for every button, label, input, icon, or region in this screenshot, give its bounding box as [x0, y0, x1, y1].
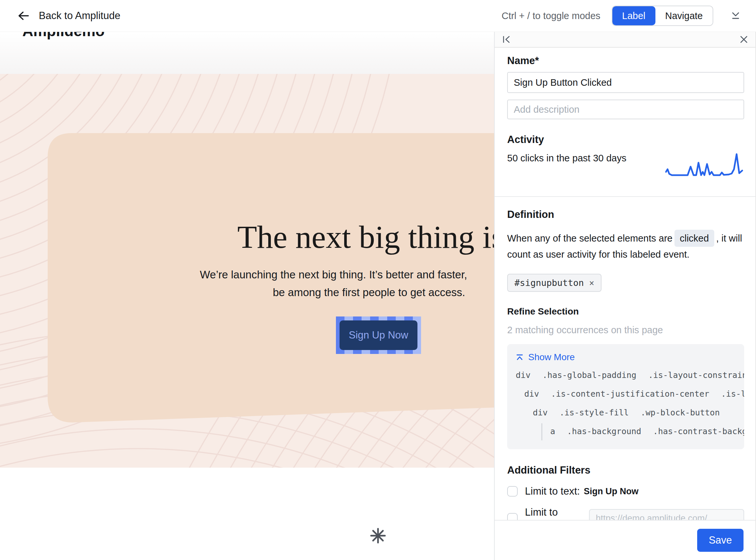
- close-panel-button[interactable]: [740, 35, 748, 44]
- limit-to-text-value: Sign Up Now: [584, 486, 638, 497]
- app-toolbar: Back to Amplitude Ctrl + / to toggle mod…: [0, 0, 756, 32]
- back-arrow-icon: [17, 11, 29, 21]
- definition-text-before: When any of the selected elements are: [507, 233, 673, 243]
- remove-selector-button[interactable]: ×: [589, 279, 594, 287]
- limit-to-url-label: Limit to URL:: [525, 506, 582, 520]
- selector-class: .is-layout-constrained: [648, 371, 744, 380]
- show-more-link[interactable]: Show More: [516, 352, 744, 362]
- selector-class: .is-layout-flex: [721, 389, 744, 399]
- definition-paragraph: When any of the selected elements arecli…: [507, 230, 744, 262]
- selector-class: .has-background: [567, 426, 641, 436]
- shortcut-hint: Ctrl + / to toggle modes: [502, 11, 600, 21]
- selector-tag-chip: #signupbutton ×: [507, 274, 601, 292]
- labeled-element-highlight: Sign Up Now: [336, 317, 421, 354]
- back-label: Back to Amplitude: [39, 10, 120, 22]
- limit-to-url-input[interactable]: [589, 509, 744, 520]
- selector-tag-name: div: [516, 371, 531, 380]
- additional-filters-heading: Additional Filters: [507, 464, 744, 476]
- limit-to-url-checkbox[interactable]: [507, 513, 518, 520]
- asterisk-icon: [370, 528, 386, 544]
- toolbar-right-group: Ctrl + / to toggle modes Label Navigate: [502, 5, 741, 26]
- selector-class: .wp-block-button: [641, 408, 720, 417]
- definition-text-after: , it will: [716, 233, 742, 243]
- selector-class: .is-style-fill: [559, 408, 629, 417]
- selector-row-selected[interactable]: a.has-background.has-contrast-background: [516, 422, 744, 441]
- label-editor-panel: Name* Activity 50 clicks in the past 30 …: [494, 32, 756, 560]
- selector-row[interactable]: div.has-global-padding.is-layout-constra…: [516, 366, 744, 384]
- limit-to-text-checkbox[interactable]: [507, 486, 518, 497]
- occurrences-count: 2 matching occurrences on this page: [507, 325, 744, 336]
- trigger-type-pill[interactable]: clicked: [675, 230, 714, 247]
- chevron-up-to-line-icon: [516, 353, 524, 361]
- selector-tag-name: div: [524, 389, 539, 399]
- selector-class: .has-global-padding: [542, 371, 636, 380]
- activity-sparkline-chart: [665, 152, 744, 183]
- collapse-left-icon: [502, 35, 511, 44]
- selector-tree: Show More div.has-global-padding.is-layo…: [507, 344, 744, 449]
- show-more-label: Show More: [528, 352, 575, 362]
- selector-tag-text: #signupbutton: [514, 278, 584, 288]
- limit-to-url-row: Limit to URL:: [507, 506, 744, 520]
- mode-navigate-button[interactable]: Navigate: [655, 6, 713, 25]
- hero-subtitle-line2: be among the first people to get access.: [273, 286, 465, 299]
- panel-body: Name* Activity 50 clicks in the past 30 …: [495, 48, 755, 520]
- panel-header: [495, 32, 755, 48]
- selector-class: .has-contrast-background: [653, 426, 744, 436]
- chevron-down-to-line-icon: [730, 11, 741, 20]
- hero-subtitle-line1: We’re launching the next big thing. It’s…: [200, 268, 467, 281]
- definition-heading: Definition: [507, 209, 744, 221]
- name-input[interactable]: [507, 72, 744, 93]
- description-input[interactable]: [507, 100, 744, 119]
- mode-label-button[interactable]: Label: [612, 6, 655, 25]
- section-divider: [495, 196, 755, 197]
- selector-tag-name: a: [550, 426, 555, 436]
- limit-to-text-label: Limit to text:: [525, 485, 580, 497]
- activity-heading: Activity: [507, 134, 744, 145]
- refine-selection-heading: Refine Selection: [507, 306, 744, 317]
- panel-footer: Save: [495, 520, 755, 560]
- save-button[interactable]: Save: [697, 529, 743, 552]
- selector-row[interactable]: div.is-content-justification-center.is-l…: [516, 384, 744, 403]
- name-label: Name*: [507, 55, 744, 67]
- definition-text-line2: count as user activity for this labeled …: [507, 249, 690, 260]
- selection-indent-line: [541, 423, 542, 440]
- selector-tag-name: div: [533, 408, 548, 417]
- app-root: Amplidemo The next big thing is here We’…: [0, 0, 756, 560]
- activity-row: 50 clicks in the past 30 days: [507, 152, 744, 183]
- close-icon: [740, 35, 748, 44]
- collapse-panel-button[interactable]: [502, 35, 511, 44]
- limit-to-text-row: Limit to text: Sign Up Now: [507, 485, 744, 497]
- selector-row[interactable]: div.is-style-fill.wp-block-button: [516, 403, 744, 422]
- site-brand: Amplidemo: [22, 32, 104, 40]
- activity-summary: 50 clicks in the past 30 days: [507, 152, 626, 164]
- back-button[interactable]: Back to Amplitude: [17, 10, 120, 22]
- sign-up-now-button[interactable]: Sign Up Now: [340, 320, 417, 350]
- mode-toggle: Label Navigate: [612, 5, 713, 26]
- selector-class: .is-content-justification-center: [551, 389, 709, 399]
- minimize-toolbar-button[interactable]: [730, 11, 741, 20]
